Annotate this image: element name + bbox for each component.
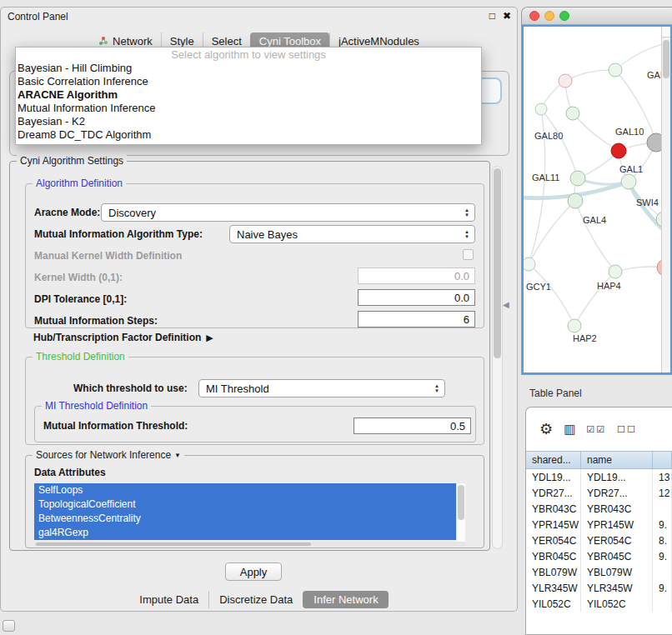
network-node-hap2[interactable] (568, 319, 581, 332)
table-row[interactable]: YDR27...YDR27...12 (526, 485, 672, 501)
settings-scrollbar[interactable] (492, 166, 503, 549)
attribute-item-selfloops[interactable]: SelfLoops (34, 483, 456, 498)
collapse-sources-icon[interactable]: ▼ (174, 452, 181, 459)
threshold-definition-group: Threshold Definition Which threshold to … (25, 357, 484, 445)
bottom-tab-discretize-data[interactable]: Discretize Data (208, 591, 303, 608)
network-edge (574, 272, 615, 326)
mi-steps-field[interactable]: 6 (358, 311, 475, 328)
column-header-name[interactable]: name (581, 452, 653, 468)
algorithm-option-basic-correlation-inference[interactable]: Basic Correlation Inference (16, 75, 481, 88)
algorithm-option-bayesian-hill-climbing[interactable]: Bayesian - Hill Climbing (16, 62, 481, 75)
cyni-algorithm-settings-group: Cyni Algorithm Settings Algorithm Defini… (9, 161, 490, 551)
bottom-tab-infer-network[interactable]: Infer Network (303, 591, 388, 608)
network-node-hap4[interactable] (609, 265, 622, 278)
mi-steps-label: Mutual Information Steps: (34, 315, 158, 327)
kernel-width-field[interactable]: 0.0 (358, 268, 475, 284)
network-node-green-top[interactable] (609, 63, 622, 77)
which-threshold-select[interactable]: MI Threshold ▲▼ (198, 379, 445, 398)
network-node-gal80[interactable] (566, 107, 579, 120)
stepper-icon: ▲▼ (432, 384, 444, 393)
zoom-button[interactable] (559, 11, 569, 21)
hub-definition-toggle[interactable]: Hub/Transcription Factor Definition ▶ (33, 332, 213, 343)
scrollbar-thumb[interactable] (458, 485, 464, 520)
hide-columns-icon[interactable]: ☐☐ (617, 424, 637, 435)
network-vertical-scrollbar[interactable] (661, 27, 670, 372)
attributes-horizontal-scrollbar[interactable] (34, 542, 465, 547)
network-edge (575, 201, 615, 272)
mi-threshold-field[interactable]: 0.5 (354, 418, 471, 434)
restore-panel-icon[interactable] (3, 620, 15, 632)
table-row[interactable]: YBL079WYBL079W (526, 564, 672, 580)
table-row[interactable]: YER054CYER054C8. (526, 532, 672, 548)
network-node-red[interactable] (611, 143, 626, 158)
aracne-mode-select[interactable]: Discovery ▲▼ (101, 203, 475, 222)
algorithm-definition-legend: Algorithm Definition (33, 178, 126, 189)
table-row[interactable]: YPR145WYPR145W9. (526, 517, 672, 532)
algorithm-option-bayesian-k2[interactable]: Bayesian - K2 (16, 115, 481, 128)
float-window-button[interactable]: □ (489, 10, 495, 22)
dpi-tolerance-label: DPI Tolerance [0,1]: (34, 293, 127, 305)
network-node-gal11[interactable] (570, 171, 585, 186)
attribute-item-topologicalcoefficient[interactable]: TopologicalCoefficient (34, 498, 456, 512)
scrollbar-thumb[interactable] (36, 542, 311, 546)
attribute-item-gal4rgexp[interactable]: gal4RGexp (34, 526, 456, 540)
table-row[interactable]: YDL19...YDL19...13 (526, 469, 672, 485)
splitter-collapse-icon[interactable]: ◀ (503, 300, 509, 309)
apply-button[interactable]: Apply (225, 562, 282, 581)
network-canvas[interactable]: GALGAL80GAL10GAL11GAL1SWI4GAL4GCY1HAP4HA… (524, 27, 662, 374)
network-window-titlebar[interactable] (522, 8, 672, 25)
gear-icon[interactable]: ⚙ (539, 420, 553, 438)
node-label-gal1: GAL1 (619, 164, 643, 174)
attribute-item-betweennesscentrality[interactable]: BetweennessCentrality (34, 512, 456, 526)
mi-threshold-group: MI Threshold Definition Mutual Informati… (34, 406, 476, 442)
data-attributes-label: Data Attributes (34, 467, 106, 478)
minimize-button[interactable] (544, 11, 554, 21)
expand-hub-icon[interactable]: ▶ (206, 332, 213, 343)
column-header-col-2[interactable] (653, 452, 672, 468)
network-view-window: GALGAL80GAL10GAL11GAL1SWI4GAL4GCY1HAP4HA… (521, 7, 672, 375)
network-node-gal1[interactable] (621, 174, 636, 189)
network-node-left1[interactable] (535, 103, 547, 115)
attributes-vertical-scrollbar[interactable] (457, 483, 465, 542)
dropdown-placeholder: Select algorithm to view settings (16, 48, 481, 62)
mi-type-label: Mutual Information Algorithm Type: (34, 228, 203, 240)
stepper-icon: ▲▼ (462, 208, 474, 218)
mi-algorithm-type-select[interactable]: Naive Bayes ▲▼ (229, 225, 475, 243)
algorithm-option-dream8-dc-tdc-algorithm[interactable]: Dream8 DC_TDC Algorithm (16, 128, 481, 142)
settings-legend: Cyni Algorithm Settings (17, 155, 127, 167)
close-panel-button[interactable]: ✖ (503, 10, 511, 22)
node-label-gal11: GAL11 (532, 172, 559, 182)
algorithm-option-mutual-information-inference[interactable]: Mutual Information Inference (16, 102, 481, 115)
close-button[interactable] (529, 11, 539, 21)
scrollbar-thumb[interactable] (494, 168, 501, 358)
table-row[interactable]: YBR043CYBR043C (526, 501, 672, 517)
network-node-gal4[interactable] (568, 193, 583, 208)
table-row[interactable]: YBR045CYBR045C9. (526, 548, 672, 564)
dpi-tolerance-field[interactable]: 0.0 (358, 289, 475, 306)
table-header-row: shared...name (526, 451, 672, 469)
columns-icon[interactable]: ▥ (564, 422, 575, 437)
show-columns-icon[interactable]: ☑☑ (586, 424, 606, 435)
bottom-tab-impute-data[interactable]: Impute Data (129, 591, 208, 608)
table-row[interactable]: YLR345WYLR345W9. (526, 580, 672, 596)
algorithm-option-aracne-algorithm[interactable]: ARACNE Algorithm (16, 88, 481, 102)
sources-legend: Sources for Network Inference ▼ (33, 449, 184, 461)
node-label-gcy1: GCY1 (526, 282, 551, 292)
window-controls: □ ✖ (489, 10, 511, 22)
scrollbar-button[interactable] (662, 27, 670, 38)
network-node-gcy1[interactable] (524, 258, 535, 271)
table-row[interactable]: YIL052CYIL052C (526, 596, 672, 612)
network-node-pink-top[interactable] (559, 74, 572, 88)
scrollbar-thumb[interactable] (663, 40, 669, 78)
node-label-swi4: SWI4 (636, 198, 659, 208)
mi-threshold-legend: MI Threshold Definition (42, 400, 151, 412)
panel-title: Control Panel (8, 11, 68, 22)
data-attributes-list[interactable]: SelfLoopsTopologicalCoefficientBetweenne… (34, 483, 465, 542)
network-node-gal10[interactable] (647, 133, 662, 152)
column-header-shared[interactable]: shared... (526, 452, 581, 468)
table-panel-title: Table Panel (529, 388, 582, 399)
network-canvas-area: GALGAL80GAL10GAL11GAL1SWI4GAL4GCY1HAP4HA… (522, 25, 672, 374)
threshold-definition-legend: Threshold Definition (33, 351, 128, 362)
node-label-hap4: HAP4 (597, 281, 621, 291)
manual-kernel-checkbox[interactable] (463, 249, 474, 260)
